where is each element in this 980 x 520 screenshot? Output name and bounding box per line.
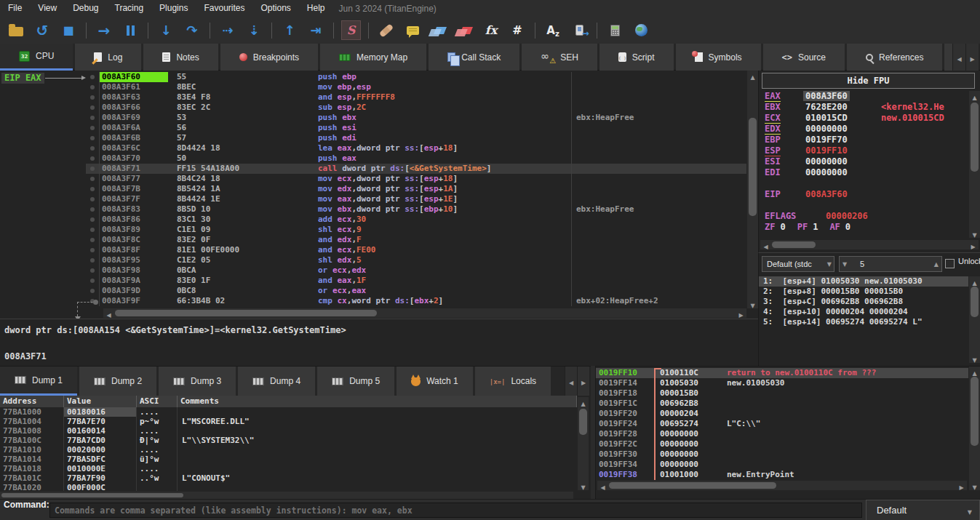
dump-row[interactable]: 77BA100000180016.... — [0, 407, 577, 417]
spinner-increase-icon[interactable] — [934, 257, 939, 271]
disasm-row[interactable]: 008A3F9D0BC8or ecx,eax — [86, 286, 746, 296]
tab-dump-1[interactable]: Dump 1 — [0, 367, 77, 396]
breakpoint-dot-icon[interactable] — [86, 215, 99, 225]
breakpoint-dot-icon[interactable] — [86, 245, 99, 255]
disasm-row[interactable]: 008A3F7F8B4424 1Emov eax,dword ptr ss:[e… — [86, 194, 746, 204]
breakpoint-dot-icon[interactable] — [86, 184, 99, 194]
tab-scroll-left-button[interactable] — [952, 44, 965, 71]
profile-dropdown[interactable]: Default — [866, 500, 980, 520]
stack-row[interactable]: 0019FF2C00000000 — [596, 439, 968, 449]
dump-hscrollbar[interactable] — [0, 492, 573, 499]
calculator-icon[interactable] — [602, 20, 627, 41]
animate-over-icon[interactable] — [242, 20, 266, 41]
menu-file[interactable]: File — [0, 0, 30, 17]
disasm-row[interactable]: 008A3F89C1E1 09shl ecx,9 — [86, 225, 746, 235]
scroll-up-icon[interactable] — [578, 397, 589, 407]
tab-source[interactable]: Source — [763, 44, 845, 71]
argument-row[interactable]: 2: [esp+8] 000015B0 000015B0 — [759, 287, 968, 297]
stack-hscrollbar[interactable] — [597, 481, 967, 490]
command-input[interactable] — [49, 503, 862, 518]
scroll-up-icon[interactable] — [747, 71, 758, 80]
disasm-row[interactable]: 008A3F6683EC 2Csub esp,2C — [86, 103, 746, 113]
scroll-left-icon[interactable] — [597, 481, 608, 490]
tab-cpu[interactable]: CPU — [0, 44, 73, 71]
vscroll-thumb[interactable] — [971, 377, 979, 446]
calling-convention-dropdown[interactable]: Default (stdc — [762, 256, 834, 272]
tab-call-stack[interactable]: Call Stack — [429, 44, 519, 71]
register-row[interactable]: EDI00000000 — [759, 167, 968, 178]
tab-dump-2[interactable]: Dump 2 — [79, 367, 156, 396]
arguments-vscrollbar[interactable] — [969, 276, 980, 363]
dump-row[interactable]: 77BA100C77BA7CD0Ð|°wL"\\SYSTEM32\\" — [0, 436, 577, 445]
scroll-down-icon[interactable] — [969, 228, 980, 238]
breakpoint-dot-icon[interactable] — [86, 72, 99, 82]
s-letter-icon[interactable] — [341, 20, 361, 40]
register-row[interactable]: EBX7628E200<kernel32.He — [759, 102, 968, 113]
register-row[interactable]: EBP0019FF70 — [759, 135, 968, 145]
disasm-row[interactable]: 008A3F6C8D4424 18lea eax,dword ptr ss:[e… — [86, 143, 746, 153]
disasm-row[interactable]: 008A3F618BECmov ebp,esp — [86, 82, 746, 92]
register-row[interactable]: ESI00000000 — [759, 156, 968, 167]
tab-dump-5[interactable]: Dump 5 — [317, 367, 394, 396]
patch-icon[interactable] — [374, 20, 399, 41]
disasm-row[interactable]: 008A3F8C83E2 0Fand edx,F — [86, 235, 746, 245]
dump-tab-scroll-left-button[interactable] — [565, 367, 577, 396]
globe-icon[interactable] — [629, 20, 653, 41]
tab-scroll-right-button[interactable] — [965, 44, 979, 71]
breakpoint-dot-icon[interactable] — [86, 92, 99, 103]
disasm-row[interactable]: 008A3F6055push ebp — [86, 72, 746, 82]
stack-row[interactable]: 0019FF2400695274L"C:\\" — [596, 419, 968, 429]
vscroll-thumb[interactable] — [749, 118, 757, 216]
disassembly-hscrollbar[interactable] — [103, 308, 746, 318]
breakpoint-dot-icon[interactable] — [86, 255, 99, 265]
dump-row[interactable]: 77BA101C77BA7F90..°wL"CONOUT$" — [0, 473, 577, 483]
scroll-down-icon[interactable] — [578, 481, 589, 490]
spinner-decrease-icon[interactable] — [842, 257, 847, 271]
tab-memory-map[interactable]: Memory Map — [320, 44, 426, 71]
scroll-right-icon[interactable] — [956, 481, 967, 490]
menu-favourites[interactable]: Favourites — [196, 0, 252, 17]
dump-row[interactable]: 77BA101000020000.... — [0, 445, 577, 455]
unlocked-checkbox[interactable] — [945, 259, 955, 268]
stack-row[interactable]: 0019FF3000000000 — [596, 449, 968, 460]
dump-row[interactable]: 77BA101477BA5DFCü]°w — [0, 455, 577, 464]
label-icon[interactable] — [426, 20, 451, 41]
disasm-row[interactable]: 008A3F6A56push esi — [86, 123, 746, 133]
breakpoint-dot-icon[interactable] — [86, 194, 99, 204]
dump-row[interactable]: 77BA100477BA7E70p~°wL"MSCOREE.DLL" — [0, 417, 577, 426]
vscroll-thumb[interactable] — [579, 409, 587, 435]
register-row[interactable]: EIP008A3F60 — [759, 189, 968, 200]
disasm-row[interactable]: 008A3F8683C1 30add ecx,30 — [86, 215, 746, 225]
pause-icon[interactable] — [118, 20, 143, 41]
registers-vscrollbar[interactable] — [969, 91, 980, 238]
register-row[interactable]: ECX010015CDnew.010015CD — [759, 113, 968, 124]
breakpoint-dot-icon[interactable] — [86, 204, 99, 215]
register-row[interactable]: EAX008A3F60 — [759, 91, 968, 102]
argument-count-spinner[interactable]: 5 — [839, 256, 942, 272]
breakpoint-dot-icon[interactable] — [86, 153, 99, 164]
register-row[interactable]: EFLAGS00000206 — [759, 211, 968, 222]
dump-tab-scroll-right-button[interactable] — [577, 367, 589, 396]
disasm-row[interactable]: 008A3F95C1E2 05shl edx,5 — [86, 255, 746, 265]
menu-plugins[interactable]: Plugins — [151, 0, 196, 17]
scroll-down-icon[interactable] — [747, 299, 758, 308]
breakpoint-dot-icon[interactable] — [86, 143, 99, 153]
restart-icon[interactable] — [30, 20, 55, 41]
hscroll-thumb[interactable] — [609, 482, 776, 489]
register-row[interactable]: EDX00000000 — [759, 124, 968, 135]
tab-breakpoints[interactable]: Breakpoints — [220, 44, 318, 71]
tab-locals[interactable]: Locals — [475, 367, 551, 396]
breakpoint-dot-icon[interactable] — [86, 265, 99, 276]
scroll-left-icon[interactable] — [760, 240, 771, 249]
comment-icon[interactable] — [400, 20, 425, 41]
tab-references[interactable]: References — [847, 44, 942, 71]
tab-watch-1[interactable]: Watch 1 — [397, 367, 473, 396]
tab-script[interactable]: Script — [599, 44, 674, 71]
menu-debug[interactable]: Debug — [65, 0, 106, 17]
tab-threads[interactable]: Threads — [944, 44, 952, 71]
font-icon[interactable] — [541, 20, 565, 41]
breakpoint-dot-icon[interactable] — [86, 82, 99, 92]
dump-vscrollbar[interactable] — [578, 397, 589, 490]
breakpoint-dot-icon[interactable] — [86, 286, 99, 296]
disasm-row[interactable]: 008A3F9F66:3B4B 02cmp cx,word ptr ds:[eb… — [86, 296, 746, 306]
